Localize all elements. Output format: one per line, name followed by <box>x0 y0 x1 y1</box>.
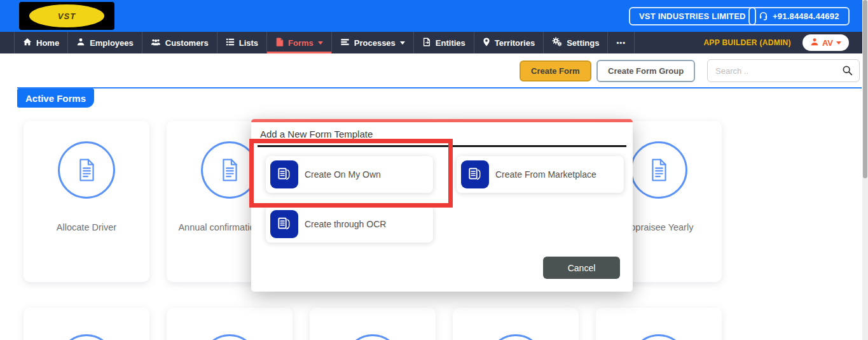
list-icon <box>226 38 235 48</box>
nav-item-more[interactable]: ••• <box>607 32 635 53</box>
forms-file-icon <box>275 38 284 48</box>
chevron-down-icon <box>400 41 405 45</box>
form-card[interactable] <box>24 308 149 340</box>
support-phone-button[interactable]: +91.84484.44692 <box>748 7 850 25</box>
employee-icon <box>76 38 85 48</box>
document-circle-icon <box>58 334 115 340</box>
nav-label-entities: Entities <box>436 38 465 48</box>
tab-divider-line <box>17 87 862 89</box>
company-name-label: VST INDUSTRIES LIMITED <box>639 11 746 21</box>
nav-item-entities[interactable]: Entities <box>413 32 474 53</box>
customers-icon <box>151 38 161 48</box>
vertical-scrollbar <box>862 0 868 340</box>
headset-icon <box>759 11 768 22</box>
nav-item-settings[interactable]: Settings <box>543 32 607 53</box>
user-avatar-icon <box>810 38 819 48</box>
search-icon[interactable] <box>842 65 853 78</box>
create-form-button[interactable]: Create Form <box>520 60 591 81</box>
document-circle-icon <box>630 334 687 340</box>
home-icon <box>23 38 32 48</box>
map-marker-icon <box>483 38 490 48</box>
stacked-pages-icon <box>270 160 298 188</box>
nav-item-employees[interactable]: Employees <box>67 32 142 53</box>
nav-label-forms: Forms <box>288 38 313 48</box>
main-nav: Home Employees Customers <box>0 32 868 53</box>
user-initials: AV <box>822 38 833 48</box>
document-circle-icon <box>344 334 401 340</box>
search-input[interactable] <box>707 59 860 82</box>
company-name-button[interactable]: VST INDUSTRIES LIMITED <box>629 7 756 25</box>
nav-item-customers[interactable]: Customers <box>142 32 217 53</box>
modal-divider <box>258 145 626 147</box>
company-logo: VST <box>19 2 114 30</box>
form-card[interactable] <box>310 308 436 340</box>
vst-logo-ellipse: VST <box>29 4 104 27</box>
chevron-down-icon <box>318 41 323 45</box>
processes-icon <box>340 38 350 48</box>
document-circle-icon <box>630 141 687 199</box>
nav-label-home: Home <box>36 38 59 48</box>
app-window: VST VST INDUSTRIES LIMITED +91.84484.446… <box>0 0 868 340</box>
form-card[interactable] <box>453 308 579 340</box>
option-label: Create From Marketplace <box>495 169 596 180</box>
stacked-pages-icon <box>270 210 298 238</box>
document-circle-icon <box>201 334 258 340</box>
nav-item-forms[interactable]: Forms <box>266 32 331 53</box>
user-menu[interactable]: AV <box>803 34 849 51</box>
document-circle-icon <box>58 141 115 199</box>
nav-right-group: APP BUILDER (ADMIN) AV <box>703 32 868 53</box>
gears-icon <box>552 37 562 48</box>
create-form-group-button[interactable]: Create Form Group <box>596 60 695 82</box>
nav-label-territories: Territories <box>495 38 535 48</box>
nav-item-territories[interactable]: Territories <box>474 32 543 53</box>
option-create-through-ocr[interactable]: Create through OCR <box>266 206 433 243</box>
chevron-down-icon <box>836 41 841 45</box>
nav-item-lists[interactable]: Lists <box>217 32 266 53</box>
nav-label-customers: Customers <box>165 38 209 48</box>
nav-label-processes: Processes <box>354 38 396 48</box>
top-header: VST VST INDUSTRIES LIMITED +91.84484.446… <box>0 0 868 32</box>
form-card[interactable]: Allocate Driver <box>24 121 149 282</box>
nav-item-home[interactable]: Home <box>14 32 67 53</box>
option-create-from-marketplace[interactable]: Create From Marketplace <box>457 156 624 193</box>
role-badge: APP BUILDER (ADMIN) <box>703 38 790 47</box>
nav-label-lists: Lists <box>239 38 258 48</box>
modal-title: Add a New Form Template <box>260 129 373 139</box>
phone-number-label: +91.84484.44692 <box>773 11 839 21</box>
option-create-on-my-own[interactable]: Create On My Own <box>266 156 433 193</box>
document-circle-icon <box>487 334 544 340</box>
option-label: Create On My Own <box>305 169 381 180</box>
nav-label-employees: Employees <box>90 38 134 48</box>
nav-item-processes[interactable]: Processes <box>331 32 413 53</box>
option-label: Create through OCR <box>305 219 386 229</box>
scrollbar-thumb[interactable] <box>863 0 867 178</box>
more-icon: ••• <box>616 39 626 46</box>
search-box <box>707 59 860 82</box>
nav-label-settings: Settings <box>567 38 599 48</box>
stacked-pages-icon <box>461 160 489 188</box>
form-card[interactable] <box>596 308 722 340</box>
form-card[interactable] <box>167 308 293 340</box>
tab-active-forms[interactable]: Active Forms <box>17 89 94 108</box>
entities-icon <box>422 38 431 48</box>
form-card-label: Allocate Driver <box>24 220 149 234</box>
cancel-button[interactable]: Cancel <box>543 257 620 279</box>
document-circle-icon <box>201 141 258 199</box>
add-form-template-modal: Add a New Form Template Create On My Own <box>251 119 633 292</box>
